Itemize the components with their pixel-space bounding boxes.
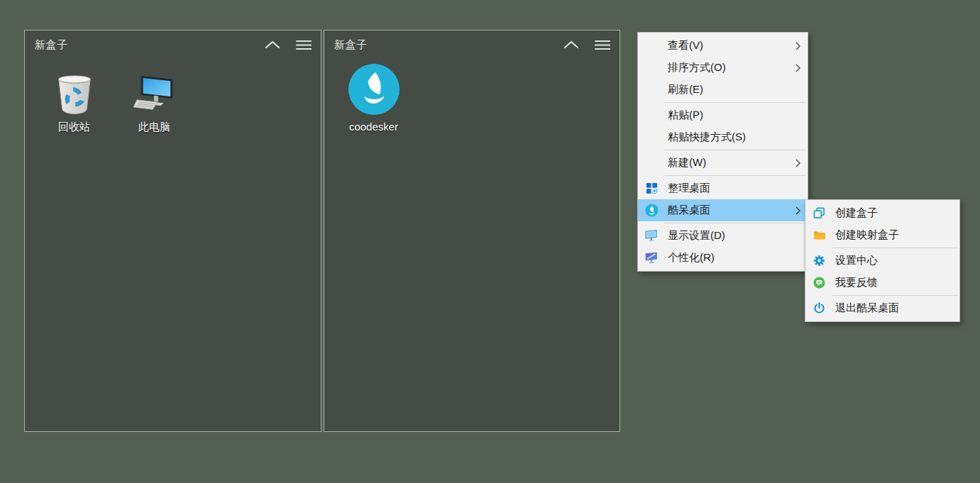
icon-label: 回收站 — [58, 121, 90, 134]
desktop-box-1: 新盒子 — [24, 30, 321, 432]
menu-item-paste[interactable]: 粘贴(P) — [638, 104, 808, 126]
box-1-body: 回收站 — [25, 59, 321, 134]
organize-desktop-icon — [644, 181, 659, 196]
submenu-item-exit-coodesker[interactable]: 退出酷呆桌面 — [805, 297, 959, 319]
submenu-arrow-icon — [795, 206, 800, 215]
recycle-bin-icon — [55, 68, 94, 115]
menu-item-paste-shortcut[interactable]: 粘贴快捷方式(S) — [638, 126, 808, 148]
box-menu-icon[interactable] — [595, 40, 610, 50]
exit-coodesker-icon — [811, 301, 827, 316]
menu-item-refresh[interactable]: 刷新(E) — [638, 79, 808, 101]
menu-separator — [664, 150, 805, 150]
collapse-chevron-icon[interactable] — [563, 40, 579, 49]
desktop-icon-recycle-bin[interactable]: 回收站 — [34, 68, 114, 134]
submenu-arrow-icon — [795, 42, 800, 50]
menu-item-view[interactable]: 查看(V) — [638, 35, 808, 57]
submenu-item-create-mapped-box[interactable]: 创建映射盒子 — [805, 224, 959, 246]
submenu-item-settings-center[interactable]: 设置中心 — [805, 250, 959, 272]
menu-separator — [832, 295, 957, 296]
menu-separator — [664, 175, 805, 176]
menu-item-personalize[interactable]: 个性化(R) — [638, 247, 808, 269]
submenu-item-create-box[interactable]: 创建盒子 — [805, 202, 959, 224]
settings-center-icon — [811, 253, 827, 269]
feedback-icon — [811, 275, 827, 291]
collapse-chevron-icon[interactable] — [265, 40, 280, 49]
desktop-box-2: 新盒子 coodesker — [324, 30, 620, 432]
create-mapped-box-icon — [811, 228, 827, 243]
menu-item-organize-desktop[interactable]: 整理桌面 — [638, 177, 808, 199]
submenu-arrow-icon — [795, 159, 800, 167]
box-menu-icon[interactable] — [296, 40, 312, 50]
coodesker-icon — [644, 203, 659, 218]
box-2-header[interactable]: 新盒子 — [324, 30, 620, 59]
create-box-icon — [811, 206, 827, 221]
menu-separator — [664, 102, 805, 103]
menu-item-display-settings[interactable]: 显示设置(D) — [638, 225, 808, 247]
display-settings-icon — [644, 228, 659, 244]
this-pc-icon — [133, 68, 177, 115]
box-title: 新盒子 — [35, 38, 249, 52]
icon-label: coodesker — [349, 121, 398, 133]
desktop-icon-this-pc[interactable]: 此电脑 — [114, 68, 194, 134]
menu-separator — [664, 223, 805, 223]
box-title: 新盒子 — [334, 38, 548, 52]
icon-label: 此电脑 — [138, 121, 170, 134]
submenu-item-feedback[interactable]: 我要反馈 — [805, 272, 959, 294]
menu-item-new[interactable]: 新建(W) — [638, 152, 808, 174]
menu-separator — [832, 248, 957, 248]
coodesker-submenu: 创建盒子 创建映射盒子 设置中心 — [805, 199, 960, 322]
personalize-icon — [644, 250, 659, 266]
submenu-arrow-icon — [795, 64, 800, 72]
context-menu: 查看(V) 排序方式(O) 刷新(E) 粘贴(P) 粘贴快捷方式(S) 新建(W… — [637, 32, 808, 272]
menu-item-sort-by[interactable]: 排序方式(O) — [638, 57, 808, 79]
coodesker-app-icon — [348, 68, 400, 115]
box-1-header[interactable]: 新盒子 — [25, 30, 321, 59]
desktop-icon-coodesker[interactable]: coodesker — [334, 68, 414, 133]
menu-item-coodesker[interactable]: 酷呆桌面 — [638, 199, 808, 221]
box-2-body: coodesker — [324, 59, 620, 133]
